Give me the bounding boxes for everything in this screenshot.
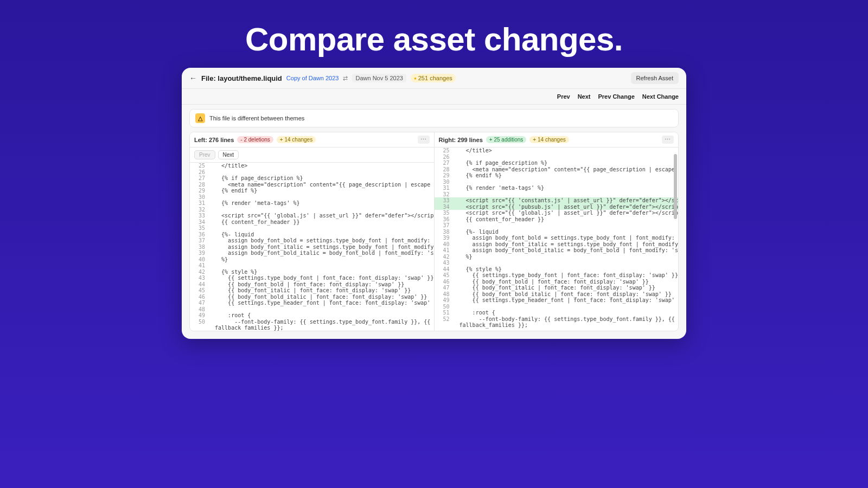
line-text: {{ settings.type_header_font | font_face… xyxy=(208,300,434,306)
nav-prev[interactable]: Prev xyxy=(557,93,570,100)
line-text: {% endif %} xyxy=(453,172,679,179)
line-number: 28 xyxy=(190,182,208,188)
line-number: 26 xyxy=(435,154,453,160)
code-row: 46 {{ body_font_bold | font_face: font_d… xyxy=(435,279,679,285)
code-row: 48 {{ body_font_bold_italic | font_face:… xyxy=(435,291,679,298)
line-text: %} xyxy=(208,256,434,263)
line-number: 28 xyxy=(435,166,453,173)
line-text: {{ settings.type_body_font | font_face: … xyxy=(208,275,434,281)
header-bar: ← File: layout/theme.liquid Copy of Dawn… xyxy=(182,68,686,89)
code-row: 46 {{ body_font_bold_italic | font_face:… xyxy=(190,294,434,300)
line-text: {{ content_for_header }} xyxy=(208,219,434,226)
code-row: 30 xyxy=(190,194,434,201)
back-arrow-icon[interactable]: ← xyxy=(189,74,197,82)
left-theme-link[interactable]: Copy of Dawn 2023 xyxy=(286,75,339,81)
line-text: {{ content_for_header }} xyxy=(453,216,679,223)
line-text: </title> xyxy=(453,147,679,154)
line-number: 47 xyxy=(435,285,453,291)
nav-prev-change[interactable]: Prev Change xyxy=(598,93,635,100)
code-row: 36 {%- liquid xyxy=(190,232,434,238)
code-row: 43 xyxy=(435,260,679,266)
line-text: assign body_font_bold = settings.type_bo… xyxy=(453,235,679,241)
code-row: 43 {{ settings.type_body_font | font_fac… xyxy=(190,275,434,281)
line-text: {{ body_font_bold | font_face: font_disp… xyxy=(453,279,679,285)
code-row: 31 {% render 'meta-tags' %} xyxy=(435,185,679,191)
line-text: {% render 'meta-tags' %} xyxy=(453,185,679,191)
code-row: 40 %} xyxy=(190,256,434,263)
line-number: 29 xyxy=(435,172,453,179)
alert-text: This file is different between themes xyxy=(209,115,304,121)
code-row: 47 {{ settings.type_header_font | font_f… xyxy=(190,300,434,306)
line-number: 46 xyxy=(190,294,208,300)
app-window: ← File: layout/theme.liquid Copy of Dawn… xyxy=(182,68,686,339)
left-code-area[interactable]: 25 </title>2627 {% if page_description %… xyxy=(190,163,434,331)
left-next-button[interactable]: Next xyxy=(218,150,239,159)
refresh-button[interactable]: Refresh Asset xyxy=(631,72,679,84)
changes-badge: 251 changes xyxy=(411,74,456,82)
right-theme-label: Dawn Nov 5 2023 xyxy=(352,74,406,82)
code-row: 44 {% style %} xyxy=(435,266,679,273)
left-menu-icon[interactable]: ⋯ xyxy=(418,136,430,144)
line-text: %} xyxy=(453,254,679,260)
line-number: 37 xyxy=(190,237,208,244)
line-number: 40 xyxy=(190,256,208,263)
line-number: 29 xyxy=(190,188,208,194)
left-pane-header: Left: 276 lines - 2 deletions + 14 chang… xyxy=(190,132,434,147)
swap-icon[interactable]: ⇄ xyxy=(343,75,348,82)
line-number: 38 xyxy=(435,229,453,235)
line-text: assign body_font_bold_italic = body_font… xyxy=(453,247,679,254)
code-row: 26 xyxy=(435,154,679,160)
line-text xyxy=(453,260,679,266)
code-row: 35 <script src="{{ 'global.js' | asset_u… xyxy=(435,210,679,216)
hero-title: Compare asset changes. xyxy=(0,0,868,68)
line-number: 33 xyxy=(435,197,453,204)
code-row: 27 {% if page_description %} xyxy=(190,175,434,182)
code-row: 31 {% render 'meta-tags' %} xyxy=(190,200,434,207)
line-text: {{ body_font_bold_italic | font_face: fo… xyxy=(453,291,679,298)
code-row: 41 assign body_font_bold_italic = body_f… xyxy=(435,247,679,254)
line-text xyxy=(208,169,434,176)
right-code-area[interactable]: 25 </title>2627 {% if page_description %… xyxy=(435,147,679,331)
line-number xyxy=(190,325,208,331)
code-row: 44 {{ body_font_bold | font_face: font_d… xyxy=(190,281,434,288)
line-number: 27 xyxy=(435,160,453,166)
line-text xyxy=(453,222,679,229)
line-text xyxy=(208,225,434,232)
code-row: 49 {{ settings.type_header_font | font_f… xyxy=(435,297,679,304)
code-row: 50 --font-body-family: {{ settings.type_… xyxy=(190,319,434,325)
line-text: :root { xyxy=(453,310,679,316)
nav-next-change[interactable]: Next Change xyxy=(642,93,679,100)
line-text: <meta name="description" content="{{ pag… xyxy=(453,166,679,173)
scrollbar-thumb[interactable] xyxy=(674,154,677,219)
line-number: 30 xyxy=(190,194,208,201)
line-text: assign body_font_bold = settings.type_bo… xyxy=(208,237,434,244)
line-number: 49 xyxy=(435,297,453,304)
line-number: 46 xyxy=(435,279,453,285)
right-menu-icon[interactable]: ⋯ xyxy=(662,136,674,144)
line-text: {{ body_font_bold | font_face: font_disp… xyxy=(208,281,434,288)
line-text: <script src="{{ 'pubsub.js' | asset_url … xyxy=(453,204,679,210)
line-text: {% style %} xyxy=(208,269,434,275)
code-row: 45 {{ body_font_italic | font_face: font… xyxy=(190,287,434,294)
line-number: 44 xyxy=(190,281,208,288)
right-changes-badge: + 14 changes xyxy=(529,136,569,143)
line-text: {{ body_font_italic | font_face: font_di… xyxy=(453,285,679,291)
nav-next[interactable]: Next xyxy=(578,93,591,100)
left-prev-button[interactable]: Prev xyxy=(194,150,215,159)
line-number: 31 xyxy=(435,185,453,191)
nav-row: Prev Next Prev Change Next Change xyxy=(182,89,686,105)
code-row: 52 --font-body-family: {{ settings.type_… xyxy=(435,316,679,323)
code-row: 32 xyxy=(190,207,434,213)
line-number: 34 xyxy=(190,219,208,226)
line-text: {{ settings.type_body_font | font_face: … xyxy=(453,272,679,279)
right-pane: Right: 299 lines + 25 additions + 14 cha… xyxy=(435,132,679,331)
line-number: 52 xyxy=(435,316,453,323)
line-text xyxy=(453,179,679,185)
line-text: :root { xyxy=(208,312,434,319)
line-number: 48 xyxy=(435,291,453,298)
left-toolbar: Prev Next xyxy=(190,147,434,163)
line-number: 45 xyxy=(190,287,208,294)
line-number: 47 xyxy=(190,300,208,306)
code-row: 37 assign body_font_bold = settings.type… xyxy=(190,237,434,244)
line-text: {% render 'meta-tags' %} xyxy=(208,200,434,207)
